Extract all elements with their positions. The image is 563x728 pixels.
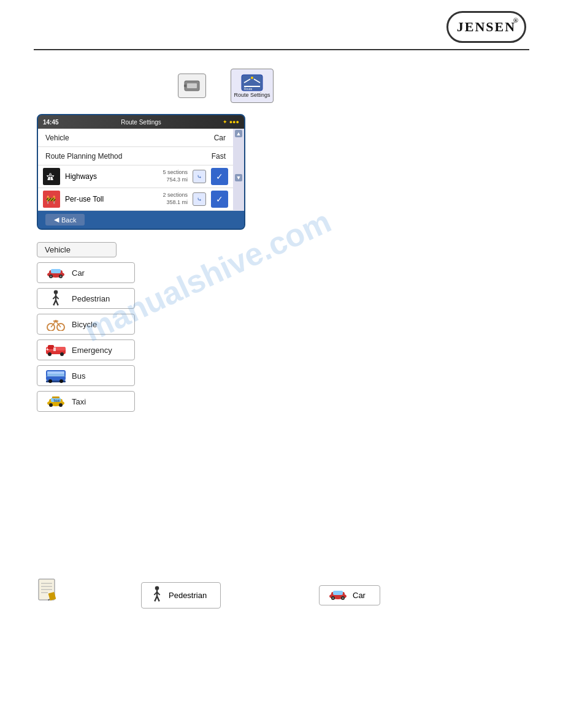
icon-row: Route Settings Route Settings bbox=[37, 69, 526, 103]
gps-vehicle-label: Vehicle bbox=[45, 134, 214, 142]
car-icon bbox=[45, 265, 67, 280]
vehicle-header-label: Vehicle bbox=[45, 245, 71, 254]
vehicle-taxi-button[interactable]: TAXI Taxi bbox=[37, 391, 135, 412]
gps-title: Route Settings bbox=[92, 119, 190, 126]
svg-point-69 bbox=[332, 597, 334, 599]
main-content: Route Settings Route Settings 14:45 Rout… bbox=[0, 50, 563, 429]
vehicle-bicycle-button[interactable]: Bicycle bbox=[37, 314, 135, 335]
vehicle-car-button[interactable]: Car bbox=[37, 262, 135, 283]
gps-toll-label: Per-use Toll bbox=[65, 195, 158, 203]
vehicle-bicycle-label: Bicycle bbox=[72, 320, 97, 329]
svg-point-18 bbox=[60, 276, 62, 278]
vehicle-emergency-button[interactable]: + Emergency bbox=[37, 339, 135, 360]
pedestrian-icon bbox=[45, 291, 67, 306]
bottom-car-icon bbox=[328, 589, 348, 602]
brand-name: JENSEN bbox=[457, 19, 516, 35]
bottom-car-button[interactable]: Car bbox=[319, 585, 380, 605]
svg-text:+: + bbox=[46, 347, 49, 352]
settings-small-icon[interactable] bbox=[178, 74, 206, 98]
svg-text:Settings: Settings bbox=[242, 91, 251, 91]
svg-text:🛣: 🛣 bbox=[47, 172, 55, 181]
gps-highway-label: Highways bbox=[65, 172, 158, 181]
vehicle-bus-label: Bus bbox=[72, 371, 85, 381]
vehicle-pedestrian-label: Pedestrian bbox=[72, 294, 110, 303]
bottom-icons-row: Pedestrian Car bbox=[37, 582, 526, 609]
svg-rect-40 bbox=[47, 371, 64, 374]
vehicle-taxi-label: Taxi bbox=[72, 397, 86, 406]
svg-rect-36 bbox=[53, 347, 56, 351]
gps-titlebar: 14:45 Route Settings ✦ ●●● bbox=[38, 115, 244, 129]
gps-toll-route-icon[interactable]: ⤷ bbox=[193, 192, 206, 206]
vehicle-header-button[interactable]: Vehicle bbox=[37, 242, 117, 257]
vehicle-pedestrian-button[interactable]: Pedestrian bbox=[37, 288, 135, 309]
gps-scrollbar[interactable]: ▲ ▼ bbox=[233, 129, 244, 211]
gps-vehicle-value: Car bbox=[214, 134, 226, 142]
gps-highway-route-icon[interactable]: ⤷ bbox=[193, 170, 206, 183]
gps-highway-row: 🛣 Highways 5 sections 754.3 mi ⤷ ✓ bbox=[38, 165, 233, 188]
svg-point-59 bbox=[155, 586, 159, 590]
bottom-section: Pedestrian Car bbox=[37, 558, 526, 609]
gps-time: 14:45 bbox=[43, 119, 92, 126]
highway-icon: 🛣 bbox=[43, 168, 60, 185]
gps-route-label: Route Planning Method bbox=[45, 152, 212, 161]
gps-toll-check[interactable]: ✓ bbox=[211, 191, 228, 208]
gps-route-planning-row: Route Planning Method Fast bbox=[38, 147, 233, 165]
svg-point-30 bbox=[55, 320, 57, 322]
svg-text:TAXI: TAXI bbox=[53, 399, 60, 403]
bicycle-icon bbox=[45, 317, 67, 332]
route-settings-label: Route Settings bbox=[234, 92, 270, 98]
page-header: JENSEN ® bbox=[0, 0, 563, 49]
svg-rect-1 bbox=[187, 83, 197, 88]
gps-back-bar: ◀ Back bbox=[38, 211, 244, 229]
svg-point-71 bbox=[342, 597, 344, 599]
gps-highway-check[interactable]: ✓ bbox=[211, 168, 228, 185]
svg-point-35 bbox=[60, 352, 64, 356]
gps-highway-sections: 5 sections 754.3 mi bbox=[163, 169, 188, 183]
svg-point-50 bbox=[59, 403, 63, 407]
vehicle-section: Vehicle Car bbox=[37, 242, 526, 417]
svg-point-42 bbox=[48, 379, 52, 383]
svg-point-16 bbox=[50, 276, 52, 278]
bottom-pedestrian-label: Pedestrian bbox=[169, 591, 207, 600]
vehicle-bus-button[interactable]: Bus bbox=[37, 365, 135, 386]
svg-point-49 bbox=[49, 403, 53, 407]
gps-status-icons: ✦ ●●● bbox=[190, 119, 239, 125]
gps-toll-sections: 2 sections 358.1 mi bbox=[163, 192, 188, 206]
gps-rows: Vehicle Car Route Planning Method Fast 🛣… bbox=[38, 129, 233, 211]
gps-back-button[interactable]: ◀ Back bbox=[45, 214, 85, 226]
vehicle-emergency-label: Emergency bbox=[72, 346, 112, 355]
svg-line-64 bbox=[157, 596, 159, 601]
gps-vehicle-row: Vehicle Car bbox=[38, 129, 233, 147]
taxi-icon: TAXI bbox=[45, 394, 67, 409]
svg-point-43 bbox=[59, 379, 63, 383]
gps-screen: 14:45 Route Settings ✦ ●●● Vehicle Car R… bbox=[37, 114, 245, 230]
svg-rect-14 bbox=[51, 269, 61, 273]
svg-rect-67 bbox=[333, 591, 343, 595]
emergency-icon: + bbox=[45, 343, 67, 357]
svg-rect-48 bbox=[52, 396, 59, 398]
gps-route-value: Fast bbox=[212, 152, 226, 161]
svg-point-7 bbox=[251, 77, 253, 79]
gps-toll-row: 🚧 Per-use Toll 2 sections 358.1 mi ⤷ ✓ bbox=[38, 188, 233, 211]
bottom-pedestrian-button[interactable]: Pedestrian bbox=[141, 582, 221, 609]
vehicle-car-label: Car bbox=[72, 268, 85, 278]
scroll-down[interactable]: ▼ bbox=[235, 174, 242, 181]
svg-text:🚧: 🚧 bbox=[46, 194, 56, 205]
route-settings-icon[interactable]: Route Settings Route Settings bbox=[231, 69, 274, 103]
svg-point-19 bbox=[54, 290, 58, 294]
brand-registered: ® bbox=[513, 17, 519, 24]
bus-icon bbox=[45, 368, 67, 383]
gps-content-area: Vehicle Car Route Planning Method Fast 🛣… bbox=[38, 129, 244, 211]
svg-point-34 bbox=[48, 352, 52, 356]
scroll-up[interactable]: ▲ bbox=[235, 130, 242, 137]
svg-line-24 bbox=[56, 300, 58, 305]
svg-rect-2 bbox=[184, 85, 186, 87]
bottom-car-label: Car bbox=[353, 591, 366, 600]
toll-icon: 🚧 bbox=[43, 191, 60, 208]
brand-logo: JENSEN ® bbox=[446, 11, 526, 43]
bottom-pedestrian-icon bbox=[150, 586, 164, 605]
